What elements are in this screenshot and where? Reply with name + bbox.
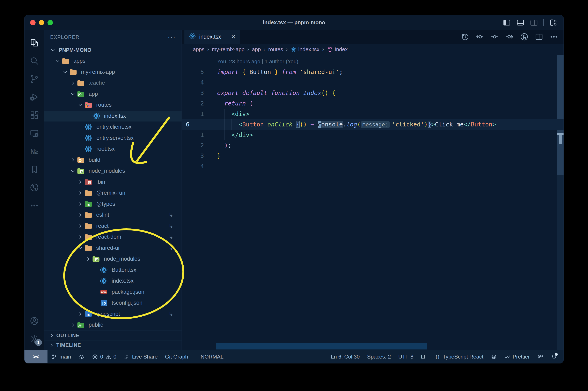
activity-gitlens[interactable] — [24, 179, 44, 196]
close-tab-icon[interactable]: ✕ — [231, 33, 236, 40]
status-copilot[interactable] — [487, 350, 501, 363]
code-line[interactable]: 1 </div> — [182, 130, 564, 140]
code-editor[interactable]: You, 23 hours ago | 1 author (You)5impor… — [182, 55, 564, 350]
tree-item-apps[interactable]: apps — [44, 56, 182, 67]
tree-item-tsconfig-json[interactable]: TStsconfig.json — [44, 297, 182, 308]
code-line[interactable]: 1 <div> — [182, 109, 564, 119]
tree-item-package-json[interactable]: npmpackage.json — [44, 287, 182, 298]
zoom-window-button[interactable] — [47, 20, 53, 25]
tree-item-index-tsx[interactable]: index.tsx — [44, 111, 182, 122]
tree-item-entry-server-tsx[interactable]: entry.server.tsx — [44, 133, 182, 144]
status-prettier[interactable]: Prettier — [501, 350, 534, 363]
split-editor-icon[interactable] — [535, 32, 543, 41]
customize-layout-icon[interactable] — [549, 18, 557, 27]
more-actions-icon[interactable] — [550, 32, 558, 41]
tree-item-index-tsx[interactable]: index.tsx — [44, 276, 182, 287]
code-line[interactable]: 2 ); — [182, 140, 564, 151]
status-encoding[interactable]: UTF-8 — [394, 350, 417, 363]
section-outline[interactable]: OUTLINE — [44, 331, 182, 340]
status-feedback[interactable] — [534, 350, 547, 363]
breadcrumb-index-tsx[interactable]: index.tsx — [291, 46, 319, 53]
section-timeline[interactable]: TIMELINE — [44, 340, 182, 350]
status-live-share[interactable]: Live Share — [120, 350, 161, 363]
git-graph-circle-icon[interactable] — [520, 32, 529, 41]
activity-bookmarks[interactable] — [24, 160, 44, 179]
breadcrumb-my-remix-app[interactable]: my-remix-app — [212, 46, 244, 53]
status-vim-mode[interactable]: -- NORMAL -- — [192, 350, 232, 363]
activity-nx-console[interactable]: N≥ — [24, 142, 44, 160]
chevron-right-icon[interactable] — [77, 212, 84, 218]
tree-item-my-remix-app[interactable]: my-remix-app — [44, 67, 182, 78]
activity-search[interactable] — [24, 52, 44, 70]
chevron-right-icon[interactable] — [77, 234, 84, 240]
breadcrumb-routes[interactable]: routes — [268, 46, 283, 53]
code-line[interactable]: 4 — [182, 161, 564, 172]
code-line[interactable]: 3export default function Index() { — [182, 88, 564, 98]
close-window-button[interactable] — [30, 20, 36, 25]
tree-item-build[interactable]: build — [44, 155, 182, 166]
breadcrumb-index[interactable]: Index — [327, 46, 348, 53]
tree-item-public[interactable]: public — [44, 319, 182, 331]
tree-item-shared-ui[interactable]: shared-ui↳ — [44, 243, 182, 254]
status-eol[interactable]: LF — [417, 350, 431, 363]
tree-item--bin[interactable]: 0110.bin — [44, 177, 182, 188]
tree-item--remix-run[interactable]: @remix-run — [44, 188, 182, 198]
tree-item-entry-client-tsx[interactable]: entry.client.tsx — [44, 121, 182, 133]
tree-item-eslint[interactable]: eslint↳ — [44, 209, 182, 221]
tab-index-tsx[interactable]: index.tsx ✕ — [185, 30, 240, 44]
chevron-down-icon[interactable] — [54, 58, 62, 64]
chevron-down-icon[interactable] — [77, 102, 84, 108]
activity-extensions[interactable] — [24, 106, 44, 124]
status-notifications[interactable] — [547, 350, 561, 363]
status-cursor-position[interactable]: Ln 6, Col 30 — [327, 350, 363, 363]
activity-more-views[interactable] — [24, 196, 44, 215]
status-git-branch[interactable]: main — [47, 350, 75, 363]
workspace-root-row[interactable]: PNPM-MONO — [44, 44, 182, 56]
chevron-right-icon[interactable] — [84, 256, 92, 262]
status-sync-changes[interactable] — [75, 350, 88, 363]
current-change-icon[interactable] — [490, 32, 499, 41]
prev-change-icon[interactable] — [476, 32, 484, 41]
activity-settings[interactable]: 1 — [24, 330, 44, 348]
toggle-secondary-sidebar-icon[interactable] — [530, 18, 538, 27]
tree-item-react[interactable]: react↳ — [44, 221, 182, 232]
tree-item-node-modules[interactable]: JSnode_modules — [44, 253, 182, 265]
tree-item-root-tsx[interactable]: root.tsx — [44, 143, 182, 155]
explorer-more-actions-icon[interactable]: ··· — [168, 34, 176, 41]
toggle-primary-sidebar-icon[interactable] — [503, 18, 511, 27]
chevron-right-icon[interactable] — [77, 179, 84, 185]
chevron-right-icon[interactable] — [69, 322, 77, 328]
chevron-right-icon[interactable] — [77, 190, 84, 196]
status-indentation[interactable]: Spaces: 2 — [364, 350, 395, 363]
tree-item-app[interactable]: app — [44, 89, 182, 100]
activity-source-control[interactable] — [24, 70, 44, 88]
code-line[interactable]: 5import { Button } from 'shared-ui'; — [182, 67, 564, 77]
code-line[interactable]: 6 <Button onClick={() ⇒ console.log(mess… — [182, 119, 564, 130]
tree-item-routes[interactable]: routes — [44, 99, 182, 111]
chevron-right-icon[interactable] — [77, 311, 84, 317]
chevron-right-icon[interactable] — [77, 223, 84, 229]
tree-item-button-tsx[interactable]: Button.tsx — [44, 265, 182, 276]
chevron-down-icon[interactable] — [69, 91, 77, 97]
activity-remote-explorer[interactable] — [24, 124, 44, 142]
chevron-right-icon[interactable] — [69, 80, 77, 86]
chevron-down-icon[interactable] — [77, 245, 84, 251]
chevron-down-icon[interactable] — [69, 168, 77, 174]
code-line[interactable]: 2 return ( — [182, 98, 564, 109]
horizontal-scrollbar[interactable] — [216, 343, 427, 349]
status-git-graph[interactable]: Git Graph — [161, 350, 192, 363]
code-line[interactable]: 3} — [182, 151, 564, 161]
breadcrumb-apps[interactable]: apps — [193, 46, 204, 53]
tree-item--cache[interactable]: .cache — [44, 78, 182, 89]
status-problems[interactable]: 00 — [88, 350, 120, 363]
activity-account[interactable] — [24, 312, 44, 330]
tree-item-typescript[interactable]: TStypescript↳ — [44, 308, 182, 320]
tree-item--types[interactable]: TS@types — [44, 198, 182, 210]
activity-run-debug[interactable] — [24, 88, 44, 106]
tree-item-node-modules[interactable]: JSnode_modules — [44, 166, 182, 177]
chevron-right-icon[interactable] — [77, 201, 84, 207]
code-line[interactable]: 4 — [182, 77, 564, 88]
breadcrumb-app[interactable]: app — [252, 46, 261, 53]
status-language-mode[interactable]: {}TypeScript React — [431, 350, 487, 363]
toggle-panel-icon[interactable] — [516, 18, 524, 27]
